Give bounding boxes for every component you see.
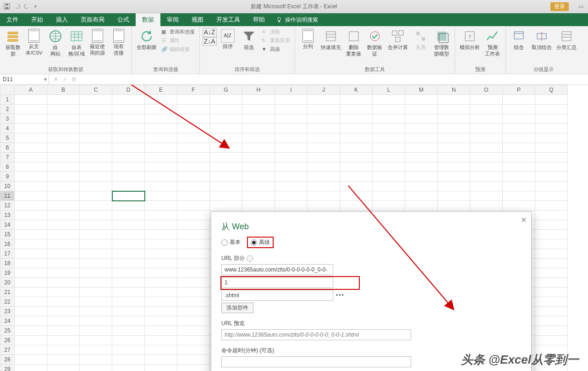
cell[interactable] [112,220,145,230]
row-header[interactable]: 25 [0,326,15,336]
tab-layout[interactable]: 页面布局 [74,13,111,26]
cell[interactable] [47,220,80,230]
cell[interactable] [15,355,47,365]
row-header[interactable]: 21 [0,288,15,297]
row-header[interactable]: 5 [0,133,15,143]
cell[interactable] [80,316,112,326]
cell[interactable] [503,191,535,201]
radio-advanced[interactable]: 高级 [247,237,274,248]
row-header[interactable]: 11 [0,191,15,201]
cell[interactable] [308,143,340,153]
cell[interactable] [177,259,210,268]
cell[interactable] [210,95,242,105]
cell[interactable] [503,162,535,172]
cell[interactable] [15,143,47,153]
cell[interactable] [112,153,145,162]
cell[interactable] [177,355,210,365]
cell[interactable] [503,182,535,191]
text-to-columns-button[interactable]: 分列 [298,28,318,51]
cell[interactable] [80,182,112,191]
cell[interactable] [308,201,340,210]
cell[interactable] [535,210,568,220]
cell[interactable] [47,326,80,336]
cell[interactable] [112,345,145,355]
row-header[interactable]: 20 [0,278,15,288]
cell[interactable] [242,95,275,105]
column-header[interactable]: L [373,85,405,95]
cell[interactable] [15,133,47,143]
cell[interactable] [470,95,503,105]
cell[interactable] [470,172,503,182]
column-header[interactable]: H [242,85,275,95]
cell[interactable] [112,259,145,268]
row-header[interactable]: 2 [0,105,15,114]
cell[interactable] [145,278,177,288]
row-header[interactable]: 16 [0,239,15,249]
cell[interactable] [242,133,275,143]
cell[interactable] [275,95,308,105]
cell[interactable] [405,133,438,143]
cell[interactable] [15,191,47,201]
row-header[interactable]: 19 [0,268,15,278]
cell[interactable] [177,239,210,249]
cell[interactable] [47,182,80,191]
login-button[interactable]: 登录 [550,2,569,11]
cell[interactable] [275,133,308,143]
cell[interactable] [210,191,242,201]
cell[interactable] [80,201,112,210]
cell[interactable] [405,162,438,172]
url-part-3-input[interactable] [221,290,333,301]
cell[interactable] [47,105,80,114]
row-header[interactable]: 4 [0,124,15,133]
cell[interactable] [15,365,47,371]
from-table-range-button[interactable]: 自表 格/区域 [66,28,87,58]
cell[interactable] [503,105,535,114]
cell[interactable] [210,124,242,133]
column-header[interactable]: N [438,85,470,95]
cell[interactable] [177,153,210,162]
cell[interactable] [405,172,438,182]
cell[interactable] [210,114,242,124]
close-icon[interactable]: ✕ [521,216,527,224]
cell[interactable] [112,297,145,307]
cell[interactable] [177,316,210,326]
cell[interactable] [15,326,47,336]
tab-home[interactable]: 开始 [25,13,49,26]
cell[interactable] [373,95,405,105]
cell[interactable] [145,345,177,355]
ribbon-display-icon[interactable]: ▭ [573,1,588,12]
subtotal-button[interactable]: 分类汇总 [555,28,578,52]
cell[interactable] [535,297,568,307]
cell[interactable] [373,124,405,133]
cell[interactable] [340,191,373,201]
column-header[interactable]: I [275,85,308,95]
cell[interactable] [438,133,470,143]
cell[interactable] [373,201,405,210]
row-header[interactable]: 6 [0,143,15,153]
cell[interactable] [535,288,568,297]
cell[interactable] [405,95,438,105]
cell[interactable] [47,278,80,288]
cell[interactable] [145,143,177,153]
cell[interactable] [15,288,47,297]
cell[interactable] [145,162,177,172]
cell[interactable] [503,124,535,133]
cell[interactable] [80,95,112,105]
cell[interactable] [438,124,470,133]
row-header[interactable]: 22 [0,297,15,307]
cell[interactable] [438,201,470,210]
cell[interactable] [177,182,210,191]
cell[interactable] [177,288,210,297]
cell[interactable] [470,114,503,124]
cell[interactable] [242,124,275,133]
cell[interactable] [112,105,145,114]
cell[interactable] [112,239,145,249]
cell[interactable] [145,172,177,182]
spreadsheet-grid[interactable]: ABCDEFGHIJKLMNOPQ12345678910111213141516… [0,85,588,371]
cell[interactable] [535,182,568,191]
cell[interactable] [177,220,210,230]
cell[interactable] [535,153,568,162]
cell[interactable] [15,95,47,105]
cell[interactable] [373,182,405,191]
tell-me-search[interactable]: 操作说明搜索 [276,16,318,24]
